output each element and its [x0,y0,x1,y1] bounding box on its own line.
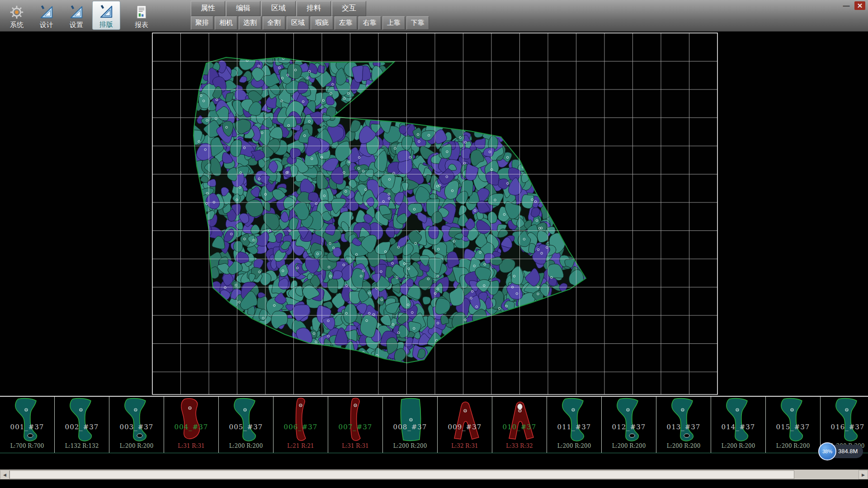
app-window: 系统 设计 [0,0,868,488]
tool-button-bar: 聚排 相机 选割 全割 区域 瑕疵 左靠 右靠 上靠 下靠 [191,16,429,30]
btn-align-top[interactable]: 上靠 [382,16,405,30]
h-scrollbar[interactable]: ◀ ▶ [0,469,868,479]
set-square-icon [39,4,54,21]
btn-align-right[interactable]: 右靠 [359,16,381,30]
tool-design[interactable]: 设计 [33,1,61,30]
piece-lr-count: L:31 R:31 [164,443,218,449]
piece-lr-count: L:31 R:31 [328,443,382,449]
btn-defect[interactable]: 瑕疵 [311,16,333,30]
piece-shape [58,397,105,442]
piece-thumbnail[interactable]: 006_#37 L:21 R:21 [274,397,328,453]
main-toolbar: 系统 设计 [2,0,156,30]
piece-shape [113,397,160,442]
piece-lr-count: L:132 R:132 [55,443,109,449]
scroll-left-icon[interactable]: ◀ [0,470,9,479]
btn-cluster-nest[interactable]: 聚排 [191,16,213,30]
set-square-icon [69,4,84,21]
piece-shape [496,397,543,442]
set-square-icon [99,3,114,20]
piece-shape [222,397,269,442]
tool-layout[interactable]: 排版 [92,1,120,30]
tool-system-label: 系统 [10,21,24,29]
canvas-area [0,32,868,396]
tool-settings-label: 设置 [70,21,83,29]
tool-report[interactable]: 报表 [127,1,156,30]
piece-thumbnail[interactable]: 012_#37 L:200 R:200 [602,397,656,453]
tool-design-label: 设计 [40,21,53,29]
piece-thumbnail[interactable]: 001_#37 L:700 R:700 [0,397,55,453]
btn-select-cut[interactable]: 选割 [239,16,261,30]
piece-thumbnail[interactable]: 009_#37 L:32 R:31 [438,397,492,453]
title-bar: 系统 设计 [0,0,868,32]
piece-thumbnail[interactable]: 015_#37 L:200 R:200 [766,397,821,453]
piece-lr-count: L:200 R:200 [547,443,601,449]
tab-edit[interactable]: 编辑 [226,1,260,16]
gear-icon [9,4,24,21]
tool-report-label: 报表 [135,21,148,29]
piece-thumbnail[interactable]: 002_#37 L:132 R:132 [55,397,109,453]
piece-shape [551,397,598,442]
piece-thumbnail[interactable]: 007_#37 L:31 R:31 [328,397,383,453]
btn-align-bottom[interactable]: 下靠 [406,16,429,30]
btn-cut-all[interactable]: 全割 [263,16,285,30]
close-button[interactable]: ✕ [854,1,865,10]
nesting-canvas[interactable] [0,32,868,396]
tab-nesting[interactable]: 排料 [297,1,331,16]
piece-lr-count: L:200 R:200 [711,443,765,449]
tab-region[interactable]: 区域 [261,1,296,16]
piece-shape [277,397,324,442]
memory-indicator: 38% 384.8M [818,442,863,460]
piece-lr-count: L:200 R:200 [219,443,273,449]
piece-lr-count: L:32 R:31 [438,443,492,449]
piece-shape [605,397,652,442]
btn-region[interactable]: 区域 [287,16,309,30]
piece-shape [168,397,215,442]
btn-camera[interactable]: 相机 [215,16,237,30]
piece-shape [715,397,762,442]
piece-lr-count: L:700 R:700 [0,443,54,449]
piece-lr-count: L:200 R:200 [383,443,437,449]
piece-thumbnail[interactable]: 010_#37 L:33 R:32 [492,397,547,453]
report-icon [134,4,149,21]
pieces-strip: 001_#37 L:700 R:700 002_#37 L:132 R:132 … [0,396,868,453]
piece-thumbnail[interactable]: 005_#37 L:200 R:200 [219,397,274,453]
tool-settings[interactable]: 设置 [62,1,90,30]
piece-shape [660,397,707,442]
piece-lr-count: L:33 R:32 [492,443,547,449]
piece-lr-count: L:200 R:200 [109,443,164,449]
btn-align-left[interactable]: 左靠 [335,16,357,30]
piece-thumbnail[interactable]: 014_#37 L:200 R:200 [711,397,766,453]
tool-layout-label: 排版 [99,20,113,28]
piece-shape [441,397,488,442]
piece-lr-count: L:21 R:21 [274,443,328,449]
menu-tab-bar: 属性 编辑 区域 排料 交互 [191,1,366,16]
piece-thumbnail[interactable]: 008_#37 L:200 R:200 [383,397,438,453]
piece-lr-count: L:200 R:200 [656,443,711,449]
scrollbar-thumb[interactable] [9,470,794,479]
piece-shape [824,397,868,442]
piece-thumbnail[interactable]: 011_#37 L:200 R:200 [547,397,602,453]
minimize-button[interactable]: — [841,1,852,10]
piece-shape [332,397,379,442]
piece-shape [4,397,51,442]
tab-properties[interactable]: 属性 [191,1,225,16]
tab-interact[interactable]: 交互 [332,1,366,16]
piece-thumbnail[interactable]: 003_#37 L:200 R:200 [109,397,164,453]
piece-lr-count: L:200 R:200 [766,443,820,449]
piece-thumbnail[interactable]: 004_#37 L:31 R:31 [164,397,219,453]
tool-system[interactable]: 系统 [3,1,31,30]
window-controls: — ✕ [841,1,865,10]
piece-shape [769,397,816,442]
piece-thumbnail[interactable]: 013_#37 L:200 R:200 [656,397,711,453]
scroll-right-icon[interactable]: ▶ [859,470,868,479]
piece-lr-count: L:200 R:200 [602,443,656,449]
piece-shape [387,397,434,442]
progress-circle: 38% [818,442,836,460]
